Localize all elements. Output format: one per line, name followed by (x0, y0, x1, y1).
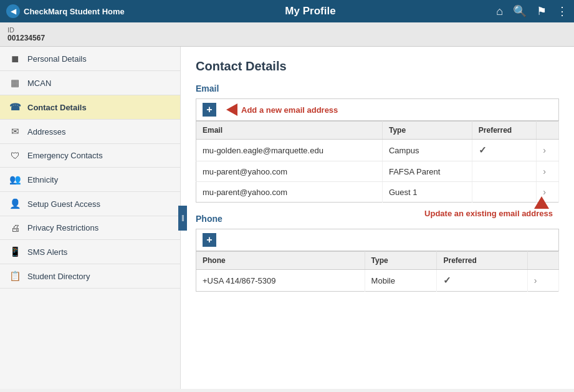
main-content: Contact Details Email + Add a new email … (181, 47, 574, 389)
preferred-cell: ✓ (472, 140, 536, 161)
sidebar-label-mcan: MCAN (27, 79, 51, 88)
sidebar-label-personal-details: Personal Details (27, 54, 87, 64)
sidebar-icon-student-directory: 📋 (9, 270, 21, 282)
add-phone-button[interactable]: + (203, 233, 216, 247)
sidebar-label-emergency-contacts: Emergency Contacts (27, 151, 103, 160)
chevron-icon: › (534, 275, 537, 285)
phone-table-header: Phone Type Preferred (196, 252, 559, 270)
top-nav: ◀ CheckMarq Student Home My Profile ⌂ 🔍 … (0, 0, 574, 22)
phone-chevron-cell[interactable]: › (527, 270, 558, 292)
email-heading: Email (196, 84, 559, 93)
email-col-header: Email (196, 122, 383, 140)
email-table: Email Type Preferred mu-golden.eagle@mar… (196, 121, 559, 203)
checkmark-icon: ✓ (443, 275, 451, 285)
phone-type-col-header: Type (365, 252, 437, 270)
email-table-header: Email Type Preferred (196, 122, 559, 140)
page-heading: My Profile (285, 5, 335, 17)
preferred-cell (472, 161, 536, 182)
phone-preferred-cell: ✓ (437, 270, 527, 292)
chevron-cell[interactable]: › (537, 140, 559, 161)
add-email-label: Add a new email address (241, 105, 338, 115)
phone-table-row[interactable]: +USA 414/867-5309 Mobile ✓ › (196, 270, 559, 292)
arrow-right-icon (226, 103, 237, 116)
chevron-icon: › (543, 187, 546, 197)
sidebar-item-student-directory[interactable]: 📋Student Directory (0, 264, 180, 289)
email-cell: mu-parent@yahoo.com (196, 182, 383, 203)
back-button[interactable]: ◀ (6, 4, 20, 18)
sidebar-item-setup-guest-access[interactable]: 👤Setup Guest Access (0, 192, 180, 216)
email-cell: mu-parent@yahoo.com (196, 161, 383, 182)
flag-icon[interactable]: ⚑ (537, 4, 547, 18)
sidebar-label-student-directory: Student Directory (27, 272, 90, 281)
id-bar: ID 001234567 (0, 22, 574, 47)
add-email-button[interactable]: + (203, 103, 216, 117)
phone-type-cell: Mobile (365, 270, 437, 292)
home-icon[interactable]: ⌂ (496, 5, 503, 18)
sidebar-icon-ethnicity: 👥 (9, 174, 21, 185)
chevron-icon: › (543, 166, 546, 176)
update-email-label: Update an existing email address (424, 209, 553, 218)
sidebar-item-privacy-restrictions[interactable]: 🖨Privacy Restrictions (0, 216, 180, 240)
email-section: Email + Add a new email address Email Ty… (196, 84, 559, 203)
sidebar-item-mcan[interactable]: ▦MCAN (0, 71, 180, 95)
checkmark-icon: ✓ (479, 145, 487, 155)
email-cell: mu-golden.eagle@marquette.edu (196, 140, 383, 161)
sidebar-item-addresses[interactable]: ✉Addresses (0, 120, 180, 144)
sidebar-item-ethnicity[interactable]: 👥Ethnicity (0, 168, 180, 192)
page-title: Contact Details (196, 59, 559, 74)
collapse-handle[interactable]: ‖ (178, 206, 187, 231)
more-icon[interactable]: ⋮ (557, 4, 568, 18)
email-add-row: + Add a new email address (196, 98, 559, 121)
id-label: ID (7, 26, 567, 34)
sidebar-item-emergency-contacts[interactable]: 🛡Emergency Contacts (0, 144, 180, 168)
type-cell: Campus (382, 140, 472, 161)
phone-table: Phone Type Preferred +USA 414/867-5309 M… (196, 251, 559, 292)
action-col-header (537, 122, 559, 140)
sidebar-item-sms-alerts[interactable]: 📱SMS Alerts (0, 240, 180, 264)
sidebar-icon-addresses: ✉ (9, 126, 21, 137)
sidebar-icon-setup-guest-access: 👤 (9, 198, 21, 209)
phone-col-header: Phone (196, 252, 365, 270)
sidebar-icon-mcan: ▦ (9, 77, 21, 88)
sidebar-icon-personal-details: ◼ (9, 53, 21, 64)
sidebar-item-contact-details[interactable]: ☎Contact Details (0, 95, 180, 120)
update-annotation: Update an existing email address (424, 196, 553, 218)
sidebar-label-contact-details: Contact Details (27, 103, 87, 112)
phone-cell: +USA 414/867-5309 (196, 270, 365, 292)
sidebar-label-setup-guest-access: Setup Guest Access (27, 199, 100, 209)
email-table-row[interactable]: mu-parent@yahoo.com FAFSA Parent › (196, 161, 559, 182)
main-layout: ◼Personal Details▦MCAN☎Contact Details✉A… (0, 47, 574, 389)
sidebar-item-personal-details[interactable]: ◼Personal Details (0, 47, 180, 71)
email-table-row[interactable]: mu-golden.eagle@marquette.edu Campus ✓ › (196, 140, 559, 161)
sidebar-label-sms-alerts: SMS Alerts (27, 247, 67, 257)
app-name: CheckMarq Student Home (24, 7, 125, 16)
sidebar-icon-privacy-restrictions: 🖨 (9, 222, 21, 233)
phone-section: Phone + Phone Type Preferred +USA 414/86… (196, 214, 559, 292)
sidebar-icon-sms-alerts: 📱 (9, 246, 21, 257)
phone-preferred-col-header: Preferred (437, 252, 527, 270)
nav-right: ⌂ 🔍 ⚑ ⋮ (496, 4, 568, 18)
chevron-icon: › (543, 145, 546, 155)
sidebar-label-ethnicity: Ethnicity (27, 175, 58, 184)
type-col-header: Type (382, 122, 472, 140)
phone-add-row: + (196, 229, 559, 251)
search-icon[interactable]: 🔍 (513, 4, 527, 18)
sidebar: ◼Personal Details▦MCAN☎Contact Details✉A… (0, 47, 181, 389)
nav-left: ◀ CheckMarq Student Home (6, 4, 125, 18)
sidebar-label-privacy-restrictions: Privacy Restrictions (27, 223, 98, 232)
arrow-up-icon (534, 196, 549, 209)
sidebar-icon-contact-details: ☎ (9, 102, 21, 113)
preferred-col-header: Preferred (472, 122, 536, 140)
phone-action-col-header (527, 252, 558, 270)
chevron-cell[interactable]: › (537, 161, 559, 182)
sidebar-label-addresses: Addresses (27, 127, 65, 136)
type-cell: FAFSA Parent (382, 161, 472, 182)
add-email-annotation: Add a new email address (226, 103, 338, 116)
id-value: 001234567 (7, 34, 567, 42)
sidebar-icon-emergency-contacts: 🛡 (9, 150, 21, 161)
